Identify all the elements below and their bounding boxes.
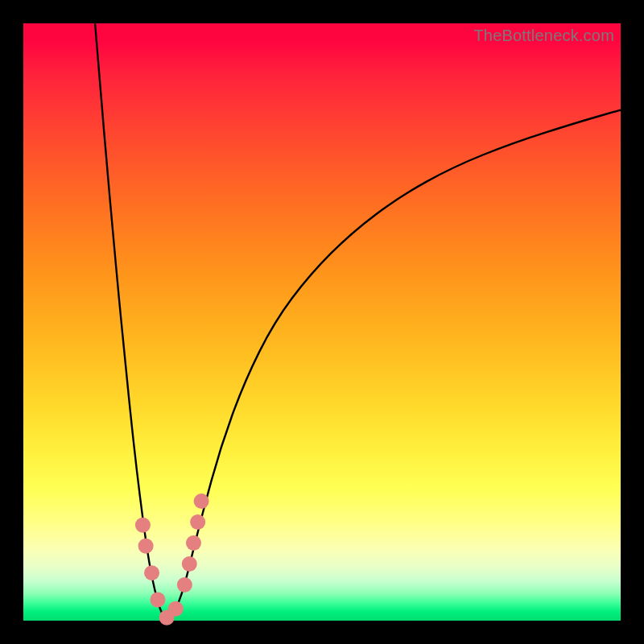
- data-point: [186, 535, 201, 551]
- chart-overlay: [23, 23, 621, 621]
- data-point: [150, 592, 165, 608]
- data-point: [194, 493, 209, 509]
- curve-left: [95, 23, 167, 621]
- curve-right: [167, 110, 621, 621]
- data-point: [168, 601, 184, 617]
- data-point: [177, 577, 192, 592]
- chart-frame: TheBottleneck.com: [0, 0, 644, 644]
- data-point: [190, 514, 205, 530]
- highlighted-points: [135, 493, 209, 625]
- data-point: [135, 518, 151, 533]
- data-point: [138, 539, 154, 554]
- data-point: [182, 556, 197, 572]
- plot-area: TheBottleneck.com: [23, 23, 621, 621]
- data-point: [144, 565, 159, 580]
